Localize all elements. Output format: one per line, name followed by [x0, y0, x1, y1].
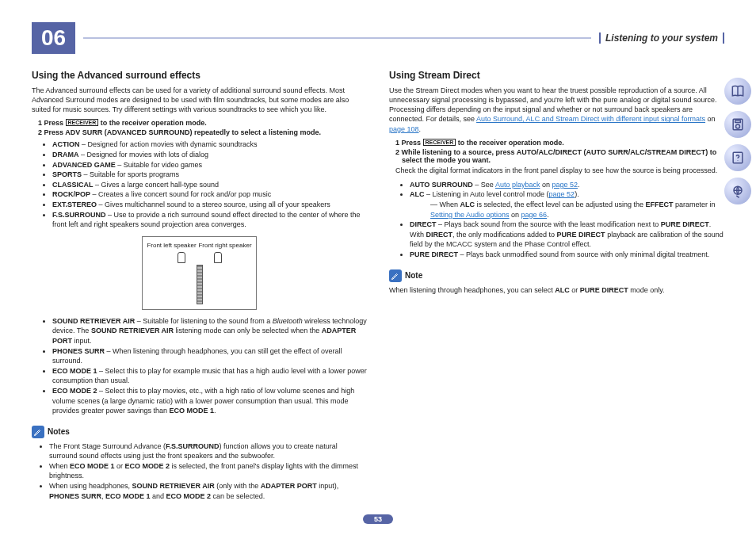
- link-auto-surround-formats[interactable]: Auto Surround, ALC and Stream Direct wit…: [476, 115, 705, 123]
- mode-list-1: ACTION – Designed for action movies with…: [52, 139, 367, 229]
- list-item: When using headphones, SOUND RETRIEVER A…: [49, 481, 367, 501]
- alc-subnote: When ALC is selected, the effect level c…: [430, 200, 724, 220]
- list-item: When ECO MODE 1 or ECO MODE 2 is selecte…: [49, 461, 367, 481]
- right-column: Using Stream Direct Use the Stream Direc…: [389, 65, 724, 501]
- step-1-right: 1 Press RECEIVER to the receiver operati…: [395, 139, 724, 147]
- svg-rect-2: [735, 120, 741, 123]
- link-page-52a[interactable]: page 52: [552, 181, 578, 189]
- section-title: Listening to your system: [599, 32, 724, 44]
- page-number: 53: [363, 514, 393, 524]
- heading-advanced-surround: Using the Advanced surround effects: [32, 70, 367, 81]
- nav-device-icon[interactable]: [724, 111, 751, 138]
- nav-globe-icon[interactable]: [724, 178, 751, 204]
- list-item: ECO MODE 1 – Select this to play for exa…: [52, 366, 367, 386]
- speaker-left-icon: [178, 252, 185, 263]
- mode-auto-surround: AUTO SURROUND – See Auto playback on pag…: [410, 180, 724, 190]
- step-1: 1 Press RECEIVER to the receiver operati…: [38, 119, 367, 127]
- link-audio-options[interactable]: Setting the Audio options: [430, 211, 510, 219]
- fig-label-left: Front left speaker: [147, 242, 196, 249]
- mode-direct: DIRECT – Plays back sound from the sourc…: [410, 220, 724, 250]
- list-item: ECO MODE 2 – Select this to play movies,…: [52, 386, 367, 416]
- step-2-right: 2 While listening to a source, press AUT…: [395, 148, 724, 164]
- list-item: SPORTS – Suitable for sports programs: [52, 170, 367, 180]
- header-banner: 06 Listening to your system: [32, 22, 724, 54]
- side-nav-icons: [724, 78, 751, 204]
- mode-pure-direct: PURE DIRECT – Plays back unmodified soun…: [410, 250, 724, 260]
- speaker-right-icon: [214, 252, 222, 263]
- svg-point-1: [736, 124, 740, 128]
- link-auto-playback[interactable]: Auto playback: [495, 181, 540, 189]
- list-item: The Front Stage Surround Advance (F.S.SU…: [49, 441, 367, 461]
- step-2-desc: Check the digital format indicators in t…: [395, 166, 724, 175]
- list-item: EXT.STEREO – Gives multichannel sound to…: [52, 200, 367, 210]
- note-badge-right: Note: [389, 269, 422, 282]
- chapter-number: 06: [32, 22, 75, 54]
- fig-label-right: Front right speaker: [198, 242, 251, 249]
- step-2: 2 Press ADV SURR (ADVANCED SURROUND) rep…: [38, 128, 367, 136]
- pencil-icon: [32, 426, 44, 438]
- list-item: SOUND RETRIEVER AIR – Suitable for liste…: [52, 316, 367, 346]
- list-item: F.S.SURROUND – Use to provide a rich sur…: [52, 210, 367, 230]
- link-page-52b[interactable]: page 52: [549, 190, 575, 198]
- mode-list-2: SOUND RETRIEVER AIR – Suitable for liste…: [52, 316, 367, 416]
- left-column: Using the Advanced surround effects The …: [32, 65, 367, 501]
- list-item: CLASSICAL – Gives a large concert hall-t…: [52, 180, 367, 190]
- link-page-66[interactable]: page 66: [521, 211, 548, 219]
- list-item: ACTION – Designed for action movies with…: [52, 139, 367, 150]
- link-page-108[interactable]: page 108: [389, 125, 419, 133]
- center-speaker-icon: [197, 265, 203, 304]
- list-item: ROCK/POP – Creates a live concert sound …: [52, 189, 367, 200]
- nav-book-icon[interactable]: [724, 78, 751, 105]
- note-body-right: When listening through headphones, you c…: [389, 285, 724, 295]
- intro-text-right: Use the Stream Direct modes when you wan…: [389, 86, 724, 134]
- banner-rule: [83, 37, 591, 39]
- notes-list: The Front Stage Surround Advance (F.S.SU…: [49, 441, 367, 502]
- list-item: ADVANCED GAME – Suitable for video games: [52, 160, 367, 170]
- mode-list-right: AUTO SURROUND – See Auto playback on pag…: [410, 180, 724, 260]
- notes-badge: Notes: [32, 426, 70, 438]
- speaker-figure: Front left speaker Front right speaker: [142, 236, 257, 310]
- intro-text: The Advanced surround effects can be use…: [32, 86, 367, 114]
- heading-stream-direct: Using Stream Direct: [389, 70, 724, 81]
- nav-help-icon[interactable]: [724, 144, 751, 171]
- list-item: DRAMA – Designed for movies with lots of…: [52, 150, 367, 160]
- list-item: PHONES SURR – When listening through hea…: [52, 346, 367, 366]
- mode-alc: ALC – Listening in Auto level control mo…: [410, 189, 724, 220]
- pencil-icon: [389, 269, 402, 282]
